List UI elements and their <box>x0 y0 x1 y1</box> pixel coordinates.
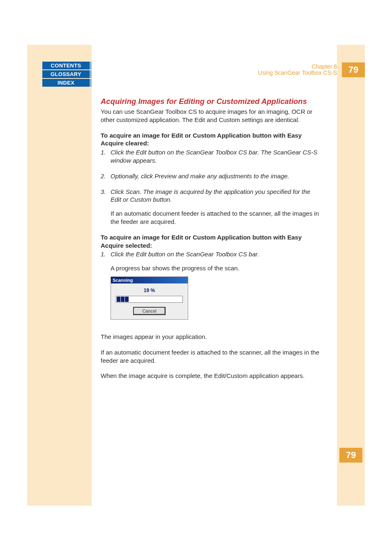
step-text: Click Scan. The image is acquired by the… <box>111 188 323 204</box>
nav-button-group: CONTENTS GLOSSARY INDEX <box>42 62 92 88</box>
after-text-1: The images appear in your application. <box>101 333 323 341</box>
chapter-subtitle: Using ScanGear Toolbox CS-S <box>258 70 337 76</box>
procedure2-step1: 1. Click the Edit button on the ScanGear… <box>101 250 323 258</box>
right-margin-decoration <box>337 45 365 506</box>
dialog-titlebar: Scanning <box>111 277 188 283</box>
page-header: Chapter 6 Using ScanGear Toolbox CS-S 79 <box>258 62 365 77</box>
procedure1-step3-note: If an automatic document feeder is attac… <box>111 210 323 226</box>
progress-segment <box>121 297 125 302</box>
nav-contents-button[interactable]: CONTENTS <box>42 62 92 69</box>
procedure2-step1-note: A progress bar shows the progress of the… <box>111 264 323 272</box>
procedure1-step1: 1. Click the Edit button on the ScanGear… <box>101 148 323 165</box>
nav-index-button[interactable]: INDEX <box>42 79 92 87</box>
step-text: Click the Edit button on the ScanGear To… <box>111 148 323 165</box>
progress-percent-label: 19 % <box>116 288 183 293</box>
procedure2-heading: To acquire an image for Edit or Custom A… <box>101 233 323 250</box>
step-number: 1. <box>101 148 111 165</box>
section-title: Acquiring Images for Editing or Customiz… <box>101 97 323 106</box>
step-number: 1. <box>101 250 111 258</box>
step-number: 3. <box>101 188 111 204</box>
after-text-2: If an automatic document feeder is attac… <box>101 348 323 365</box>
left-margin-decoration <box>27 45 92 506</box>
step-text: Click the Edit button on the ScanGear To… <box>111 250 323 258</box>
progress-bar <box>116 296 183 303</box>
step-text: Optionally, click Preview and make any a… <box>111 172 323 180</box>
scanning-dialog-figure: Scanning 19 % Cancel <box>111 276 188 320</box>
procedure1-heading: To acquire an image for Edit or Custom A… <box>101 131 323 148</box>
chapter-label: Chapter 6 <box>258 64 337 70</box>
progress-segment <box>117 297 120 302</box>
page-number-badge-bottom: 79 <box>339 448 362 463</box>
procedure1-step3: 3. Click Scan. The image is acquired by … <box>101 188 323 204</box>
page-number-badge-top: 79 <box>342 62 365 77</box>
dialog-body: 19 % Cancel <box>111 283 188 319</box>
section-intro: You can use ScanGear Toolbox CS to acqui… <box>101 108 323 124</box>
after-text-3: When the image acquire is complete, the … <box>101 372 323 380</box>
header-text: Chapter 6 Using ScanGear Toolbox CS-S <box>258 62 337 76</box>
procedure1-step2: 2. Optionally, click Preview and make an… <box>101 172 323 180</box>
nav-glossary-button[interactable]: GLOSSARY <box>42 70 92 78</box>
step-number: 2. <box>101 172 111 180</box>
main-content: Acquiring Images for Editing or Customiz… <box>101 97 323 387</box>
cancel-button[interactable]: Cancel <box>133 307 165 315</box>
progress-segment <box>125 297 129 302</box>
